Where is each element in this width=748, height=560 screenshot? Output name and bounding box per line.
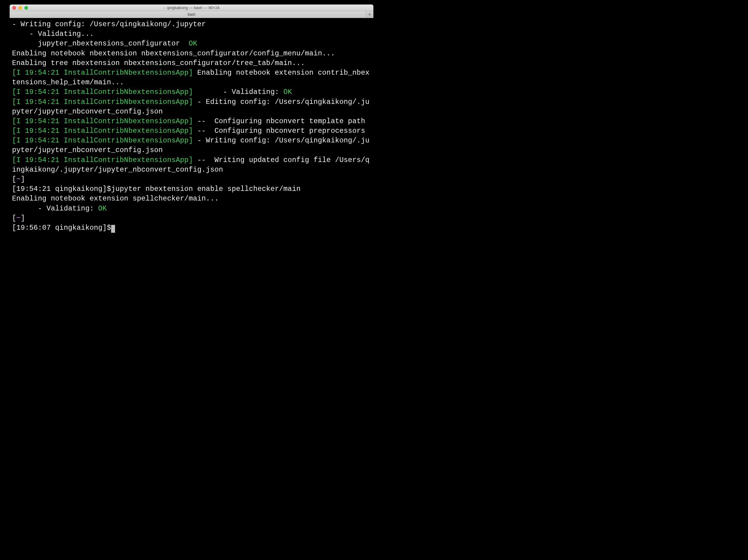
maximize-button[interactable] (24, 6, 28, 9)
traffic-lights (9, 6, 28, 9)
tab-label[interactable]: bash (188, 13, 195, 17)
tab-bar: bash + (9, 11, 373, 18)
close-button[interactable] (13, 6, 16, 9)
terminal-text: OK (98, 205, 107, 213)
terminal-text: [ (12, 214, 16, 222)
terminal-text: [I 19:54:21 InstallContribNbextensionsAp… (12, 127, 193, 135)
terminal-text: ~ (16, 214, 21, 222)
terminal-text: ] (21, 175, 25, 183)
terminal-text: -- Configuring nbconvert preprocessors (193, 127, 365, 135)
minimize-button[interactable] (18, 6, 22, 9)
terminal-text: [I 19:54:21 InstallContribNbextensionsAp… (12, 88, 193, 96)
terminal-text: -- Configuring nbconvert template path (193, 117, 365, 125)
terminal-text: - Validating... (12, 30, 94, 38)
terminal-text: OK (184, 40, 197, 48)
terminal-window: ⌂ qingkaikong — bash — 80×24 bash + - Wr… (9, 4, 373, 235)
terminal-text: [I 19:54:21 InstallContribNbextensionsAp… (12, 117, 193, 125)
terminal-text: [I 19:54:21 InstallContribNbextensionsAp… (12, 136, 193, 144)
terminal-text: [19:54:21 qingkaikong]$jupyter nbextensi… (12, 185, 301, 193)
terminal-text: ~ (16, 175, 21, 183)
terminal-text: - Writing config: /Users/qingkaikong/.ju… (12, 20, 206, 28)
home-icon: ⌂ (164, 6, 166, 9)
terminal-text: ] (21, 214, 25, 222)
cursor (111, 225, 115, 233)
terminal-text: - Validating: (12, 205, 98, 213)
terminal-text: [I 19:54:21 InstallContribNbextensionsAp… (12, 156, 193, 164)
terminal-text: [I 19:54:21 InstallContribNbextensionsAp… (12, 69, 193, 77)
terminal-text: - Validating: (193, 88, 283, 96)
terminal-output[interactable]: - Writing config: /Users/qingkaikong/.ju… (9, 18, 373, 235)
title-bar[interactable]: ⌂ qingkaikong — bash — 80×24 (9, 4, 373, 11)
terminal-text: [I 19:54:21 InstallContribNbextensionsAp… (12, 98, 193, 106)
terminal-text: jupyter_nbextensions_configurator (12, 40, 184, 48)
terminal-text: [19:56:07 qingkaikong]$ (12, 224, 111, 232)
terminal-text: Enabling notebook nbextension nbextensio… (12, 49, 335, 57)
terminal-text: Enabling tree nbextension nbextensions_c… (12, 59, 305, 67)
window-title: ⌂ qingkaikong — bash — 80×24 (164, 5, 219, 10)
add-tab-button[interactable]: + (366, 11, 373, 18)
terminal-text: OK (283, 88, 292, 96)
window-title-text: qingkaikong — bash — 80×24 (167, 5, 220, 10)
terminal-text: Enabling notebook extension spellchecker… (12, 194, 219, 203)
terminal-text: [ (12, 175, 16, 183)
